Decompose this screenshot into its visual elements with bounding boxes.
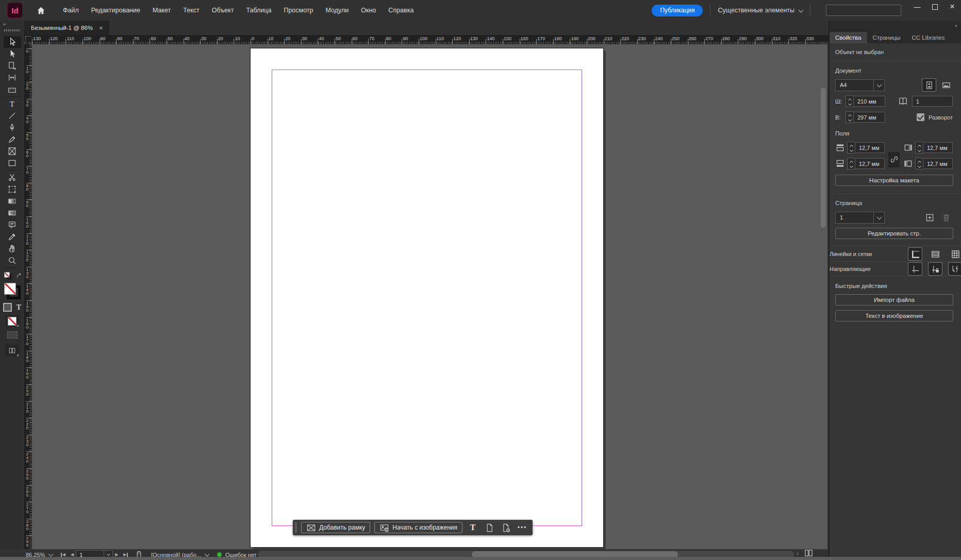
- edit-page-button[interactable]: Редактировать стр.: [835, 228, 953, 239]
- first-page-button[interactable]: ◀: [61, 552, 65, 557]
- menu-item-таблица[interactable]: Таблица: [240, 0, 277, 21]
- default-fill-stroke-icon[interactable]: [4, 272, 11, 279]
- toggle-rulers-button[interactable]: [908, 248, 922, 260]
- add-page-button[interactable]: [923, 211, 936, 224]
- vertical-ruler[interactable]: 01 02 03 04 05 06 07 08 09 01 0 01 1 01 …: [24, 44, 32, 549]
- menu-item-окно[interactable]: Окно: [355, 0, 382, 21]
- previous-page-button[interactable]: ◀: [71, 552, 74, 557]
- tab-pages[interactable]: Страницы: [867, 32, 906, 43]
- vertical-scrollbar[interactable]: [821, 88, 826, 228]
- scroll-right-icon[interactable]: ›: [797, 550, 799, 556]
- dock-grip-handle[interactable]: [4, 29, 20, 31]
- orientation-portrait-button[interactable]: [922, 79, 936, 91]
- gradient-feather-tool[interactable]: [4, 207, 21, 219]
- fill-stroke-control[interactable]: [4, 283, 21, 299]
- minimize-button[interactable]: —: [908, 0, 926, 13]
- menu-item-просмотр[interactable]: Просмотр: [277, 0, 319, 21]
- width-stepper[interactable]: [846, 95, 853, 107]
- orientation-landscape-button[interactable]: [939, 79, 953, 91]
- scissors-tool[interactable]: [4, 172, 21, 183]
- add-page-button[interactable]: [483, 522, 495, 533]
- apply-color-button[interactable]: [6, 315, 19, 327]
- page-size-select[interactable]: A4: [835, 79, 885, 91]
- page-tool[interactable]: [4, 60, 21, 72]
- margin-outside-stepper[interactable]: [915, 158, 923, 169]
- document-page[interactable]: [251, 48, 603, 547]
- fill-swatch-none[interactable]: [4, 283, 16, 295]
- page-number-select[interactable]: 1: [835, 212, 885, 224]
- apply-none-button[interactable]: [7, 331, 18, 338]
- direct-selection-tool[interactable]: [4, 48, 21, 60]
- margin-inside-stepper[interactable]: [915, 142, 923, 154]
- formatting-affects-container-button[interactable]: [3, 303, 12, 312]
- eyedropper-tool[interactable]: [4, 231, 21, 243]
- layout-adjust-button[interactable]: Настройка макета: [835, 175, 953, 186]
- add-frame-button[interactable]: Добавить рамку: [301, 522, 370, 533]
- delete-page-button[interactable]: [939, 211, 953, 224]
- line-tool[interactable]: [4, 110, 21, 122]
- facing-pages-checkbox[interactable]: [917, 113, 924, 121]
- margin-bottom-stepper[interactable]: [847, 158, 855, 169]
- more-options-button[interactable]: •••: [516, 522, 528, 533]
- tab-properties[interactable]: Свойства: [830, 32, 867, 43]
- zoom-tool[interactable]: [4, 254, 21, 266]
- margin-outside-field[interactable]: 12,7 мм: [923, 158, 953, 169]
- tab-cc-libraries[interactable]: CC Libraries: [906, 32, 951, 43]
- insert-page-button[interactable]: [500, 522, 512, 533]
- menu-item-объект[interactable]: Объект: [206, 0, 240, 21]
- formatting-affects-text-button[interactable]: T: [16, 303, 21, 312]
- horizontal-ruler[interactable]: 1301201101009080706050403020100102030405…: [24, 35, 829, 45]
- toggle-guides-button[interactable]: [908, 263, 922, 275]
- smart-guides-button[interactable]: [949, 263, 961, 275]
- tab-close-icon[interactable]: ×: [99, 24, 103, 32]
- height-stepper[interactable]: [846, 111, 853, 123]
- toolbar-grip-handle[interactable]: [295, 522, 297, 533]
- screen-mode-button[interactable]: [5, 344, 19, 357]
- collapse-dock-button[interactable]: »: [3, 22, 6, 27]
- publish-button[interactable]: Публикация: [652, 5, 703, 16]
- menu-item-файл[interactable]: Файл: [57, 0, 85, 21]
- margin-top-field[interactable]: 12,7 мм: [855, 142, 885, 153]
- home-button[interactable]: [34, 4, 47, 17]
- import-file-button[interactable]: Импорт файла: [835, 294, 953, 306]
- margin-inside-field[interactable]: 12,7 мм: [923, 142, 953, 153]
- margin-bottom-field[interactable]: 12,7 мм: [855, 158, 885, 169]
- lock-guides-button[interactable]: [929, 263, 942, 275]
- gap-tool[interactable]: [4, 72, 21, 83]
- maximize-button[interactable]: [926, 0, 943, 13]
- menu-item-справка[interactable]: Справка: [382, 0, 420, 21]
- menu-item-модули[interactable]: Модули: [320, 0, 355, 21]
- text-to-image-button[interactable]: Текст в изображение: [835, 310, 953, 321]
- pencil-tool[interactable]: [4, 133, 21, 145]
- type-tool[interactable]: T: [4, 98, 21, 110]
- link-margins-button[interactable]: [888, 152, 900, 167]
- pen-tool[interactable]: [4, 122, 21, 133]
- workspace-switcher[interactable]: Существенные элементы: [718, 7, 803, 14]
- pasteboard[interactable]: Добавить рамку Начать с изображения T ••…: [32, 44, 827, 549]
- menu-item-текст[interactable]: Текст: [177, 0, 205, 21]
- next-page-button[interactable]: ▶: [115, 552, 118, 557]
- note-tool[interactable]: [4, 219, 21, 231]
- pages-count-field[interactable]: 1: [912, 96, 953, 107]
- content-collector-tool[interactable]: [4, 83, 21, 95]
- rectangle-tool[interactable]: [4, 157, 21, 169]
- menu-item-макет[interactable]: Макет: [146, 0, 177, 21]
- height-field[interactable]: 297 мм: [853, 112, 885, 123]
- start-with-image-button[interactable]: Начать с изображения: [374, 522, 462, 533]
- selection-tool[interactable]: [4, 36, 21, 48]
- menu-item-редактирование[interactable]: Редактирование: [85, 0, 146, 21]
- toggle-document-grid-button[interactable]: [949, 248, 961, 260]
- add-text-button[interactable]: T: [467, 522, 479, 533]
- swap-fill-stroke[interactable]: [2, 271, 23, 281]
- margin-top-stepper[interactable]: [847, 142, 855, 154]
- width-field[interactable]: 210 мм: [853, 96, 885, 107]
- free-transform-tool[interactable]: [4, 183, 21, 195]
- document-tab[interactable]: Безымянный-1 @ 86% ×: [25, 21, 109, 35]
- close-button[interactable]: ×: [943, 0, 961, 13]
- hand-tool[interactable]: [4, 243, 21, 254]
- last-page-button[interactable]: ▶: [123, 552, 128, 557]
- gradient-tool[interactable]: [4, 195, 21, 207]
- toggle-baseline-grid-button[interactable]: [929, 248, 942, 260]
- frame-tool[interactable]: [4, 145, 21, 157]
- search-input[interactable]: [826, 5, 901, 16]
